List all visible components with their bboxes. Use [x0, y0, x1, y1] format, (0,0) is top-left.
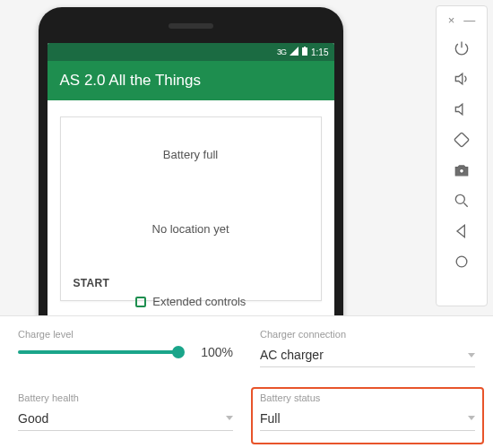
signal-3g-icon: 3G	[277, 47, 286, 56]
shield-icon	[135, 297, 146, 307]
charger-connection-field[interactable]: Charger connection AC charger	[260, 329, 475, 376]
svg-rect-1	[304, 47, 306, 47]
battery-status-highlight: Battery status Full	[251, 387, 484, 445]
battery-icon	[302, 47, 307, 57]
workspace-top: 3G 1:15 AS 2.0 All the Things Battery fu…	[0, 0, 493, 315]
svg-rect-2	[454, 133, 469, 147]
battery-health-label: Battery health	[18, 392, 233, 403]
volume-up-button[interactable]	[451, 68, 472, 90]
android-statusbar: 3G 1:15	[48, 43, 334, 61]
emulator-toolbar: × —	[436, 5, 488, 306]
charger-connection-value: AC charger	[260, 348, 324, 362]
minimize-icon[interactable]: —	[463, 13, 475, 27]
svg-point-4	[455, 194, 464, 203]
svg-rect-0	[302, 47, 307, 56]
battery-status-label: Battery status	[260, 392, 475, 403]
battery-status-value: Full	[260, 411, 281, 426]
close-icon[interactable]: ×	[448, 13, 455, 27]
power-button[interactable]	[451, 38, 472, 59]
svg-point-5	[456, 256, 467, 267]
charge-level-value: 100%	[190, 345, 233, 359]
charge-level-field: Charge level 100%	[18, 329, 233, 376]
home-button[interactable]	[451, 251, 472, 272]
chevron-down-icon	[468, 416, 475, 420]
location-text: No location yet	[61, 192, 321, 266]
back-button[interactable]	[451, 220, 472, 242]
charge-level-slider[interactable]	[18, 350, 179, 354]
chevron-down-icon	[226, 416, 233, 420]
battery-health-field[interactable]: Battery health Good	[18, 392, 233, 440]
volume-down-button[interactable]	[451, 99, 472, 120]
battery-text: Battery full	[61, 117, 321, 192]
chevron-down-icon	[468, 353, 475, 358]
rotate-button[interactable]	[451, 129, 472, 151]
content-card: Battery full No location yet START	[60, 116, 322, 301]
zoom-button[interactable]	[451, 190, 472, 211]
signal-bars-icon	[290, 47, 298, 57]
battery-health-value: Good	[18, 411, 48, 426]
app-title: AS 2.0 All the Things	[60, 72, 202, 90]
statusbar-time: 1:15	[311, 47, 328, 57]
battery-status-field[interactable]: Battery status Full	[260, 392, 475, 431]
emulator-area: 3G 1:15 AS 2.0 All the Things Battery fu…	[0, 0, 381, 315]
extended-controls-label: Extended controls	[0, 295, 381, 308]
charge-level-label: Charge level	[18, 329, 233, 340]
screenshot-button[interactable]	[451, 159, 472, 181]
charger-connection-label: Charger connection	[260, 329, 475, 340]
app-toolbar: AS 2.0 All the Things	[48, 61, 334, 100]
svg-point-3	[460, 168, 464, 173]
battery-panel: Charge level 100% Charger connection AC …	[0, 315, 493, 448]
